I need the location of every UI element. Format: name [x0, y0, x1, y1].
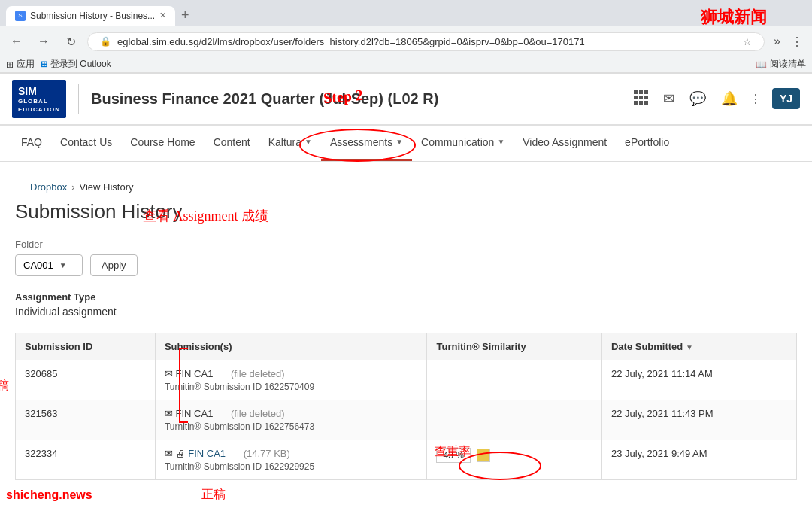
header-icons: ✉ 💬 🔔 ⋮ YJ [630, 87, 800, 111]
site-header: SIM GLOBAL EDUCATION Business Finance 20… [0, 74, 812, 126]
similarity-3: 43 % [427, 440, 601, 479]
submission-name-2: ✉ FIN CA1 (file deleted) [165, 408, 418, 419]
new-tab-button[interactable]: + [175, 5, 195, 26]
similarity-badge: 43 % [436, 448, 470, 463]
folder-select[interactable]: CA001 ▼ [15, 254, 83, 276]
nav-course-home[interactable]: Course Home [121, 126, 204, 161]
nav-video-assignment[interactable]: Video Assignment [514, 126, 616, 161]
back-button[interactable]: ← [6, 31, 27, 52]
communication-dropdown-arrow: ▼ [497, 138, 504, 146]
cn-annotation-draft: 旧稿 [0, 378, 9, 394]
similarity-2 [427, 400, 601, 440]
svg-rect-2 [644, 90, 648, 94]
address-bar[interactable]: 🔒 eglobal.sim.edu.sg/d2l/lms/dropbox/use… [87, 32, 765, 51]
bell-icon[interactable]: 🔔 [718, 87, 741, 110]
extensions-btn[interactable]: » [771, 32, 783, 51]
breadcrumb-current: View History [79, 181, 133, 193]
submission-id-1: 320685 [16, 360, 156, 400]
date-3: 23 July, 2021 9:49 AM [601, 440, 796, 479]
submission-id-2: 321563 [16, 400, 156, 440]
more-options-btn[interactable]: ⋮ [788, 32, 806, 52]
forward-button[interactable]: → [33, 31, 54, 52]
nav-eportfolio[interactable]: ePortfolio [616, 126, 678, 161]
assignment-type-value: Individual assignment [15, 306, 797, 318]
tab-close-btn[interactable]: ✕ [159, 11, 166, 20]
file-status-3: (14.77 KB) [244, 448, 290, 459]
nav-contact-us[interactable]: Contact Us [51, 126, 121, 161]
svg-rect-0 [634, 90, 638, 94]
refresh-button[interactable]: ↻ [60, 31, 81, 52]
header-divider [78, 84, 79, 114]
nav-content[interactable]: Content [205, 126, 259, 161]
submissions-table: Submission ID Submission(s) Turnitin® Si… [15, 333, 797, 480]
assignment-type-section: Assignment Type Individual assignment [15, 291, 797, 318]
outlook-button[interactable]: ⊞ 登录到 Outlook [41, 58, 111, 71]
tab-bar: S Submission History - Busines... ✕ + [0, 0, 812, 26]
chat-icon[interactable]: 💬 [686, 87, 709, 110]
folder-label: Folder [15, 239, 797, 250]
breadcrumb: Dropbox › View History [15, 174, 797, 200]
apps-grid-icon: ⊞ [6, 59, 14, 70]
star-icon: ☆ [743, 36, 752, 47]
submission-content-3: ✉ 🖨 FIN CA1 (14.77 KB) Turnitin® Submiss… [155, 440, 427, 479]
sim-logo[interactable]: SIM GLOBAL EDUCATION [12, 80, 66, 118]
grid-menu-icon[interactable] [630, 87, 651, 111]
folder-section: Folder CA001 ▼ Apply [15, 239, 797, 276]
submission-link-3[interactable]: FIN CA1 [188, 448, 226, 459]
assessments-dropdown-arrow: ▼ [395, 138, 403, 146]
print-icon: 🖨 [176, 448, 186, 459]
col-similarity: Turnitin® Similarity [427, 333, 601, 360]
nav-communication[interactable]: Communication ▼ [412, 126, 514, 161]
submission-name-1: ✉ FIN CA1 (file deleted) [165, 368, 418, 379]
folder-value: CA001 [23, 260, 53, 271]
table-row: 321563 ✉ FIN CA1 (file deleted) Turnitin… [16, 400, 797, 440]
col-submissions: Submission(s) [155, 333, 427, 360]
course-title: Business Finance 2021 Quarter (Jul-Sep) … [91, 90, 618, 108]
url-text: eglobal.sim.edu.sg/d2l/lms/dropbox/user/… [117, 36, 585, 47]
svg-rect-6 [634, 101, 638, 105]
nav-kaltura[interactable]: Kaltura ▼ [259, 126, 321, 161]
turnitin-id-2: Turnitin® Submission ID 1622756473 [165, 421, 418, 432]
tab-title: Submission History - Busines... [30, 11, 155, 21]
svg-rect-1 [639, 90, 643, 94]
email-icon[interactable]: ✉ [660, 87, 677, 110]
table-header-row: Submission ID Submission(s) Turnitin® Si… [16, 333, 797, 360]
browser-toolbar: ← → ↻ 🔒 eglobal.sim.edu.sg/d2l/lms/dropb… [0, 26, 812, 56]
cn-annotation-final: 正稿 [201, 487, 226, 503]
similarity-color-indicator [477, 449, 490, 462]
browser-chrome: S Submission History - Busines... ✕ + ← … [0, 0, 812, 74]
breadcrumb-dropbox[interactable]: Dropbox [30, 181, 67, 193]
date-2: 22 July, 2021 11:43 PM [601, 400, 796, 440]
table-row: 320685 ✉ FIN CA1 (file deleted) Turnitin… [16, 360, 797, 400]
reading-icon: 📖 [756, 59, 767, 70]
col-submission-id: Submission ID [16, 333, 156, 360]
outlook-label: 登录到 Outlook [50, 58, 111, 71]
user-avatar[interactable]: YJ [772, 88, 800, 109]
extensions-bar: ⊞ 应用 ⊞ 登录到 Outlook 📖 阅读清单 [0, 56, 812, 73]
file-status-1: (file deleted) [231, 368, 285, 379]
watermark-bot: shicheng.news [6, 488, 92, 502]
reading-mode-btn[interactable]: 📖 阅读清单 [756, 58, 806, 71]
reading-label: 阅读清单 [770, 58, 806, 71]
apps-label: 应用 [17, 58, 35, 71]
breadcrumb-separator: › [71, 181, 74, 193]
nav-faq[interactable]: FAQ [12, 126, 51, 161]
table-row: 322334 ✉ 🖨 FIN CA1 (14.77 KB) Turnitin® … [16, 440, 797, 479]
nav-assessments[interactable]: Assessments ▼ [321, 126, 412, 161]
more-dots[interactable]: ⋮ [750, 92, 763, 106]
apps-button[interactable]: ⊞ 应用 [6, 58, 35, 71]
svg-rect-3 [634, 96, 638, 99]
submission-id-3: 322334 [16, 440, 156, 479]
apply-button[interactable]: Apply [90, 254, 138, 276]
similarity-container: 43 % [436, 448, 592, 463]
assignment-type-label: Assignment Type [15, 291, 797, 303]
date-1: 22 July, 2021 11:14 AM [601, 360, 796, 400]
ms-logo-icon: ⊞ [41, 59, 47, 69]
mail-icon-3: ✉ [165, 448, 173, 459]
col-date[interactable]: Date Submitted ▼ [601, 333, 796, 360]
svg-rect-8 [644, 101, 648, 105]
svg-rect-7 [639, 101, 643, 105]
submission-content-1: ✉ FIN CA1 (file deleted) Turnitin® Submi… [155, 360, 427, 400]
page-title: Submission History [15, 200, 797, 224]
active-tab[interactable]: S Submission History - Busines... ✕ [6, 6, 175, 26]
